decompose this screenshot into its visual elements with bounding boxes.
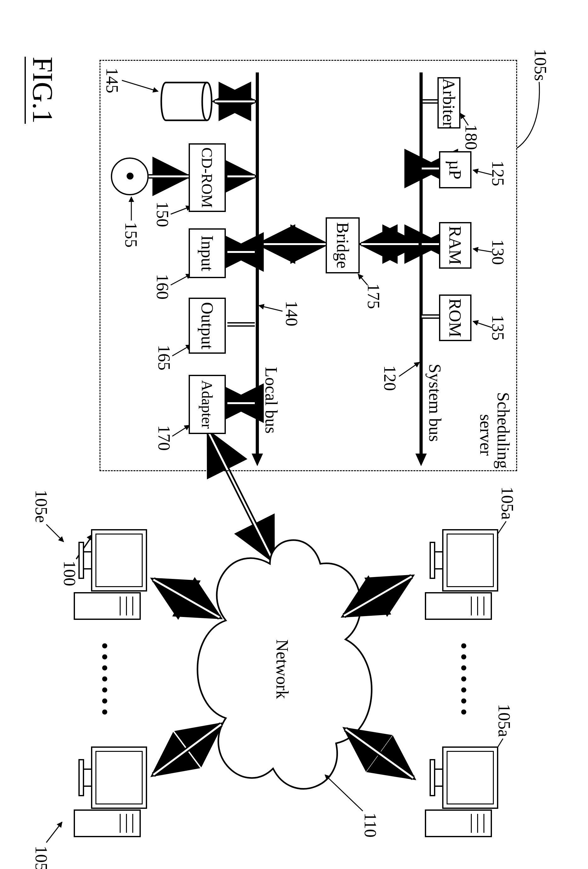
block-input-label: Input xyxy=(197,235,217,271)
block-bridge-label: Bridge xyxy=(333,222,353,269)
ref-100: 100 xyxy=(60,561,79,586)
system-bus-label: System bus xyxy=(425,364,445,442)
figure-canvas: Scheduling server Arbiter µP RAM ROM Bri… xyxy=(0,0,588,869)
block-adapter-label: Adapter xyxy=(199,380,216,429)
block-adapter: Adapter xyxy=(189,375,226,434)
block-cdrom: CD-ROM xyxy=(189,143,226,212)
svg-line-37 xyxy=(153,724,221,775)
block-output: Output xyxy=(189,298,226,354)
block-cdrom-label: CD-ROM xyxy=(199,147,216,208)
leader-105e-br xyxy=(46,822,62,842)
ref-105a-tr: 105a xyxy=(495,704,514,737)
block-up: µP xyxy=(439,151,471,188)
leader-110 xyxy=(325,775,363,811)
ref-180: 180 xyxy=(461,125,481,150)
endpoint-tr xyxy=(413,746,498,838)
ellipsis-top: ••••••• xyxy=(453,642,475,720)
conn-cloud-br xyxy=(153,724,221,775)
ref-130: 130 xyxy=(488,239,508,265)
block-up-label: µP xyxy=(446,160,465,179)
ref-155: 155 xyxy=(121,222,141,248)
network-label: Network xyxy=(273,639,292,699)
leader-105e-bl xyxy=(46,524,64,542)
ref-105s: 105s xyxy=(531,49,550,81)
svg-line-35 xyxy=(153,580,219,617)
conn-cloud-tr xyxy=(345,729,413,778)
endpoint-br xyxy=(62,746,147,838)
ref-110: 110 xyxy=(361,813,380,838)
block-bridge: Bridge xyxy=(326,217,360,273)
local-bus-label: Local bus xyxy=(261,367,281,433)
ref-140: 140 xyxy=(282,301,301,326)
ref-170: 170 xyxy=(154,425,174,451)
server-title-1: Scheduling xyxy=(493,392,513,469)
figure-label-text: FIG.1 xyxy=(25,57,59,124)
ref-125: 125 xyxy=(488,161,508,186)
ref-165: 165 xyxy=(154,345,174,371)
ref-120: 120 xyxy=(380,365,400,391)
figure-label: FIG.1 xyxy=(25,57,59,124)
ref-160: 160 xyxy=(153,274,172,300)
endpoint-tl xyxy=(413,529,498,620)
block-ram-label: RAM xyxy=(446,226,465,265)
ref-105a-tl: 105a xyxy=(498,486,517,520)
ref-105e-br: 105e xyxy=(31,846,51,869)
block-input: Input xyxy=(189,228,226,278)
ref-105e-bl: 105e xyxy=(31,490,51,523)
conn-cloud-bl xyxy=(153,580,219,617)
server-title-2: server xyxy=(476,414,496,456)
block-rom: ROM xyxy=(439,295,471,341)
block-output-label: Output xyxy=(197,302,217,349)
leader-105s xyxy=(517,82,539,148)
ref-150: 150 xyxy=(153,202,172,227)
block-arbiter: Arbiter xyxy=(437,77,461,129)
block-arbiter-label: Arbiter xyxy=(439,79,459,128)
block-rom-label: ROM xyxy=(446,298,465,337)
svg-line-33 xyxy=(345,729,413,778)
ref-175: 175 xyxy=(364,283,383,309)
ref-145: 145 xyxy=(102,68,122,93)
ellipsis-bottom: ••••••• xyxy=(94,642,116,720)
ref-135: 135 xyxy=(488,315,508,341)
cd-icon xyxy=(111,157,149,195)
block-ram: RAM xyxy=(439,222,471,269)
